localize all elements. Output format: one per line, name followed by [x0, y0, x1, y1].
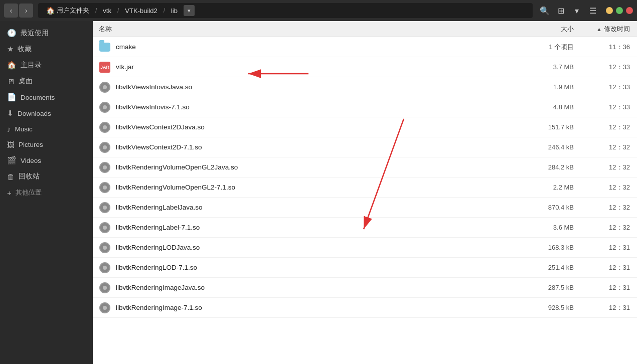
table-row[interactable]: libvtkRenderingVolumeOpenGL2Java.so 284.…	[93, 157, 637, 177]
file-size: 4.8 MB	[522, 103, 582, 111]
titlebar: ‹ › 🏠 用户文件夹 / vtk / VTK-build2 / lib ▾ 🔍…	[0, 0, 637, 21]
file-date: 12：31	[582, 283, 637, 292]
sidebar-item-videos-label: Videos	[21, 157, 41, 164]
file-date: 12：31	[582, 303, 637, 312]
file-size: 3.7 MB	[522, 63, 582, 71]
file-date: 11：36	[582, 43, 637, 52]
file-size: 2.2 MB	[522, 184, 582, 191]
table-row[interactable]: libvtkRenderingImage-7.1.so 928.5 kB 12：…	[93, 298, 637, 318]
sidebar-item-bookmarks-label: 收藏	[18, 45, 32, 54]
other-icon: +	[7, 189, 12, 197]
sidebar-item-desktop-label: 桌面	[19, 77, 33, 86]
maximize-button[interactable]	[616, 7, 623, 14]
so-icon	[99, 81, 111, 93]
so-icon	[99, 101, 111, 113]
breadcrumb-dropdown-button[interactable]: ▾	[184, 5, 195, 16]
videos-icon: 🎬	[7, 156, 17, 165]
so-icon	[99, 262, 111, 274]
sidebar-item-downloads-label: Downloads	[18, 110, 51, 117]
table-row[interactable]: libvtkViewsContext2DJava.so 151.7 kB 12：…	[93, 117, 637, 137]
column-date[interactable]: ▲ 修改时间	[582, 25, 637, 34]
sidebar-item-downloads[interactable]: ⬇ Downloads	[0, 105, 93, 121]
table-row[interactable]: libvtkRenderingLODJava.so 168.3 kB 12：31	[93, 238, 637, 258]
sidebar-item-desktop[interactable]: 🖥 桌面	[0, 73, 93, 89]
breadcrumb-bar: 🏠 用户文件夹 / vtk / VTK-build2 / lib ▾	[38, 3, 533, 18]
table-row[interactable]: libvtkRenderingVolumeOpenGL2-7.1.so 2.2 …	[93, 177, 637, 198]
file-size: 151.7 kB	[522, 123, 582, 131]
file-name: libvtkViewsContext2D-7.1.so	[93, 141, 522, 153]
so-icon	[99, 181, 111, 194]
table-row[interactable]: libvtkViewsInfovis-7.1.so 4.8 MB 12：33	[93, 97, 637, 117]
file-name: libvtkRenderingLODJava.so	[93, 242, 522, 254]
file-date: 12：32	[582, 223, 637, 232]
file-date: 12：32	[582, 203, 637, 212]
sidebar-item-home[interactable]: 🏠 主目录	[0, 57, 93, 73]
breadcrumb-vtk-label: vtk	[103, 7, 111, 15]
table-row[interactable]: libvtkRenderingLabelJava.so 870.4 kB 12：…	[93, 198, 637, 218]
file-name: libvtkRenderingVolumeOpenGL2-7.1.so	[93, 181, 522, 194]
titlebar-actions: 🔍 ⊞ ▾ ☰	[538, 4, 600, 18]
search-button[interactable]: 🔍	[538, 4, 552, 18]
sidebar-item-pictures[interactable]: 🖼 Pictures	[0, 137, 93, 152]
file-size: 251.4 kB	[522, 264, 582, 271]
file-date: 12：32	[582, 163, 637, 172]
sidebar-item-trash[interactable]: 🗑 回收站	[0, 168, 93, 185]
breadcrumb-sep-2: /	[117, 7, 119, 14]
table-row[interactable]: JAR vtk.jar 3.7 MB 12：33	[93, 57, 637, 77]
file-name: libvtkViewsContext2DJava.so	[93, 121, 522, 133]
nav-back-button[interactable]: ‹	[4, 4, 18, 18]
so-icon	[99, 202, 111, 214]
sidebar-item-other-label: 其他位置	[16, 188, 42, 197]
minimize-button[interactable]	[606, 7, 613, 14]
file-list: cmake 1 个项目 11：36 JAR vtk.jar 3.7 MB 12：…	[93, 37, 637, 364]
file-name: libvtkRenderingLabelJava.so	[93, 202, 522, 214]
file-name: cmake	[93, 41, 522, 53]
breadcrumb-vtk[interactable]: vtk	[99, 6, 115, 16]
file-name: libvtkRenderingImage-7.1.so	[93, 302, 522, 314]
so-icon	[99, 121, 111, 133]
breadcrumb-vtk-build2[interactable]: VTK-build2	[121, 6, 161, 16]
menu-button[interactable]: ☰	[586, 4, 600, 18]
close-button[interactable]	[626, 7, 633, 14]
star-icon: ★	[7, 45, 14, 54]
sidebar-item-recent[interactable]: 🕐 最近使用	[0, 25, 93, 41]
table-row[interactable]: libvtkRenderingLOD-7.1.so 251.4 kB 12：31	[93, 258, 637, 278]
file-name: JAR vtk.jar	[93, 61, 522, 73]
downloads-icon: ⬇	[7, 109, 14, 118]
sidebar-item-documents-label: Documents	[21, 94, 55, 101]
file-name: libvtkViewsInfovisJava.so	[93, 81, 522, 93]
home-icon: 🏠	[46, 7, 55, 15]
file-size: 284.2 kB	[522, 163, 582, 171]
sidebar-item-documents[interactable]: 📄 Documents	[0, 89, 93, 105]
sidebar-item-other[interactable]: + 其他位置	[0, 185, 93, 201]
table-row[interactable]: libvtkViewsInfovisJava.so 1.9 MB 12：33	[93, 77, 637, 97]
table-row[interactable]: libvtkRenderingImageJava.so 287.5 kB 12：…	[93, 278, 637, 298]
sidebar-item-videos[interactable]: 🎬 Videos	[0, 152, 93, 168]
breadcrumb-lib[interactable]: lib	[167, 6, 182, 16]
table-row[interactable]: libvtkViewsContext2D-7.1.so 246.4 kB 12：…	[93, 137, 637, 157]
sidebar-item-bookmarks[interactable]: ★ 收藏	[0, 41, 93, 57]
column-name[interactable]: 名称	[93, 25, 522, 34]
home-sidebar-icon: 🏠	[7, 61, 17, 70]
file-size: 928.5 kB	[522, 304, 582, 311]
folder-icon	[99, 41, 111, 53]
file-name: libvtkRenderingLabel-7.1.so	[93, 222, 522, 234]
nav-forward-button[interactable]: ›	[19, 4, 33, 18]
view-grid-button[interactable]: ⊞	[554, 4, 568, 18]
view-toggle-button[interactable]: ▾	[570, 4, 584, 18]
recent-icon: 🕐	[7, 29, 17, 38]
breadcrumb-vtk-build2-label: VTK-build2	[125, 7, 157, 15]
sidebar-item-music[interactable]: ♪ Music	[0, 121, 93, 137]
file-date: 12：31	[582, 243, 637, 252]
so-icon	[99, 141, 111, 153]
sidebar-item-recent-label: 最近使用	[21, 29, 49, 38]
table-row[interactable]: libvtkRenderingLabel-7.1.so 3.6 MB 12：32	[93, 218, 637, 238]
so-icon	[99, 302, 111, 314]
breadcrumb-home-label: 用户文件夹	[57, 6, 89, 15]
column-size[interactable]: 大小	[522, 25, 582, 34]
breadcrumb-home[interactable]: 🏠 用户文件夹	[42, 5, 93, 16]
breadcrumb-lib-label: lib	[171, 7, 178, 15]
file-name: libvtkViewsInfovis-7.1.so	[93, 101, 522, 113]
table-row[interactable]: cmake 1 个项目 11：36	[93, 37, 637, 57]
file-size: 168.3 kB	[522, 244, 582, 251]
